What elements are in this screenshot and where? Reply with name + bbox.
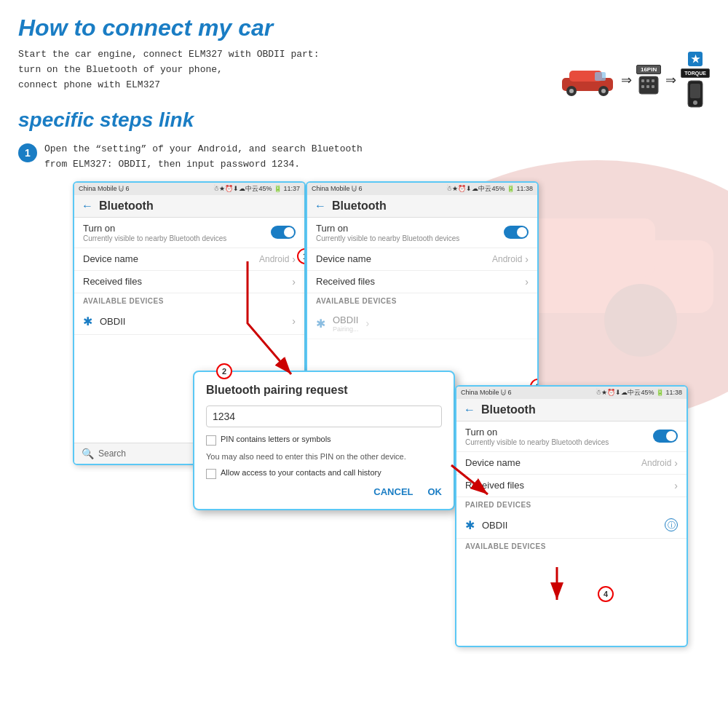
- screen1-title: Bluetooth: [99, 199, 154, 213]
- pin-label: 16PIN: [636, 65, 661, 74]
- bt-icon-1: ✱: [83, 314, 92, 328]
- screen1-turnon-sub: Currently visible to nearby Bluetooth de…: [83, 234, 226, 242]
- screen3-receivedfiles-row[interactable]: Received files ›: [456, 475, 687, 497]
- arrow-car-to-obd: ⇒: [621, 72, 632, 88]
- screen3-title: Bluetooth: [481, 403, 536, 416]
- chevron-files-1: ›: [292, 276, 296, 288]
- svg-rect-17: [646, 85, 649, 88]
- dialog-title: Bluetooth pairing request: [206, 384, 442, 397]
- bt-icon-3: ✱: [465, 518, 475, 532]
- step-1-text: Open the “setting” of your Android, and …: [44, 142, 363, 173]
- screen1-devicename-value: Android: [259, 254, 289, 264]
- dialog-checkbox2-label: Allow access to your contacts and call h…: [221, 468, 381, 477]
- svg-rect-14: [646, 79, 649, 82]
- chevron-devicename-3: ›: [674, 457, 678, 469]
- car-diagram: ⇒ 16PIN ⇒: [558, 51, 710, 108]
- screen3-available-section: AVAILABLE DEVICES: [456, 539, 687, 554]
- screenshots-area: China Mobile ⨃ 6 ☃★⏰⬇☁中云45% 🔋 11:37 ← Bl…: [18, 181, 710, 684]
- screen2-devicename-label: Device name: [316, 253, 371, 264]
- subtitle: specific steps link: [18, 108, 710, 132]
- dialog-buttons: CANCEL OK: [206, 486, 442, 497]
- screen1-toggle[interactable]: [271, 226, 296, 239]
- chevron-devicename-2: ›: [525, 253, 529, 265]
- svg-rect-16: [641, 85, 644, 88]
- back-arrow-1[interactable]: ←: [82, 199, 93, 213]
- dialog-note: You may also need to enter this PIN on t…: [206, 451, 442, 462]
- screen2-turnon-sub: Currently visible to nearby Bluetooth de…: [316, 234, 459, 242]
- screen2-devicename-row[interactable]: Device name Android ›: [307, 248, 537, 271]
- back-arrow-2[interactable]: ←: [314, 199, 326, 213]
- screen2-receivedfiles-row[interactable]: Received files ›: [307, 271, 537, 293]
- screen2-receivedfiles-label: Received files: [316, 276, 375, 287]
- screen2-section: AVAILABLE DEVICES: [307, 293, 537, 309]
- screen3-turnon-row: Turn on Currently visible to nearby Blue…: [456, 422, 687, 452]
- page-container: How to connect my car Start the car engi…: [0, 0, 728, 728]
- screen1-section: AVAILABLE DEVICES: [74, 293, 304, 309]
- screen2-turnon-row: Turn on Currently visible to nearby Blue…: [307, 218, 537, 248]
- dialog-checkbox1-label: PIN contains letters or symbols: [221, 435, 331, 443]
- screen3-status: China Mobile ⨃ 6 ☃★⏰⬇☁中云45% 🔋 11:38: [456, 387, 687, 399]
- screen2-obdii-row[interactable]: ✱ OBDII Pairing... ›: [307, 309, 537, 339]
- chevron-devicename-1: ›: [292, 253, 296, 265]
- screen2-toggle[interactable]: [504, 226, 529, 239]
- chevron-files-2: ›: [525, 276, 529, 288]
- step-num-1: 1: [297, 248, 306, 264]
- screen3-obdii-paired-row[interactable]: ✱ OBDII ⓘ: [456, 513, 687, 539]
- screen3-devicename-value: Android: [641, 458, 671, 468]
- step-num-4: 4: [598, 586, 614, 602]
- screen3-toggle[interactable]: [653, 430, 678, 443]
- screen3-turnon-label: Turn on: [465, 427, 609, 438]
- ok-button[interactable]: OK: [428, 486, 443, 497]
- chevron-obdii-1: ›: [292, 315, 296, 327]
- screen2-turnon-label: Turn on: [316, 223, 459, 234]
- svg-rect-22: [690, 84, 700, 98]
- dialog-checkbox2-row: Allow access to your contacts and call h…: [206, 468, 442, 479]
- screen3-paired-section: PAIRED DEVICES: [456, 497, 687, 513]
- screen1-devicename-row[interactable]: Device name Android ›: [74, 248, 304, 271]
- search-icon-1: 🔍: [82, 448, 94, 459]
- screen2-pairing-sub: Pairing...: [333, 325, 359, 333]
- step-1-row: 1 Open the “setting” of your Android, an…: [18, 142, 710, 173]
- search-label-1: Search: [98, 448, 126, 459]
- screen1-header: ← Bluetooth: [74, 195, 304, 218]
- svg-rect-18: [652, 85, 654, 88]
- svg-text:★: ★: [691, 53, 700, 65]
- screen1-device: OBDII: [100, 316, 285, 327]
- screen2-header: ← Bluetooth: [307, 195, 537, 218]
- dialog-checkbox2[interactable]: [206, 469, 216, 479]
- screen3-devicename-row[interactable]: Device name Android ›: [456, 452, 687, 475]
- chevron-obdii-2: ›: [366, 317, 370, 329]
- screen3-receivedfiles-label: Received files: [465, 480, 524, 491]
- step-num-2: 2: [216, 363, 232, 379]
- screen1-receivedfiles-row[interactable]: Received files ›: [74, 271, 304, 293]
- dialog-checkbox1-row: PIN contains letters or symbols: [206, 435, 442, 446]
- svg-point-10: [601, 89, 606, 93]
- screen3-devicename-label: Device name: [465, 457, 521, 468]
- screen3-device: OBDII: [482, 520, 657, 531]
- info-icon-3[interactable]: ⓘ: [665, 518, 678, 531]
- screen3-turnon-sub: Currently visible to nearby Bluetooth de…: [465, 438, 609, 446]
- back-arrow-3[interactable]: ←: [464, 403, 475, 416]
- screen1-turnon-row: Turn on Currently visible to nearby Blue…: [74, 218, 304, 248]
- screen1-receivedfiles-label: Received files: [83, 276, 142, 287]
- screen3-header: ← Bluetooth: [456, 399, 687, 422]
- pin-input[interactable]: [206, 405, 442, 427]
- screen1-status: China Mobile ⨃ 6 ☃★⏰⬇☁中云45% 🔋 11:37: [74, 183, 304, 195]
- svg-point-23: [693, 100, 697, 105]
- torque-label: TORQUE: [681, 68, 710, 78]
- main-title: How to connect my car: [18, 15, 710, 41]
- screen2-devicename-value: Android: [492, 254, 522, 264]
- cancel-button[interactable]: CANCEL: [373, 486, 413, 497]
- svg-rect-13: [641, 79, 644, 82]
- svg-rect-15: [652, 79, 654, 82]
- screen1-devicename-label: Device name: [83, 253, 138, 264]
- pairing-dialog: 2 Bluetooth pairing request PIN contains…: [193, 371, 455, 510]
- screen1-obdii-row[interactable]: ✱ OBDII ›: [74, 309, 304, 335]
- chevron-files-3: ›: [674, 480, 678, 491]
- screen1-turnon-label: Turn on: [83, 223, 226, 234]
- step-1-circle: 1: [18, 143, 37, 162]
- svg-rect-11: [595, 72, 606, 81]
- bt-icon-2: ✱: [316, 317, 325, 331]
- dialog-checkbox1[interactable]: [206, 435, 216, 446]
- screen2-title: Bluetooth: [332, 199, 387, 213]
